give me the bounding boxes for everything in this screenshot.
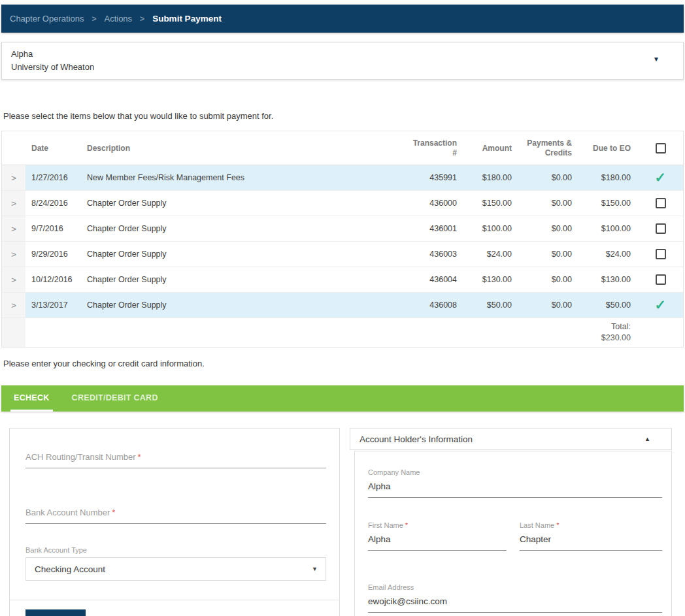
row-amount: $180.00 [457,173,512,182]
bank-account-number-label: Bank Account Number [25,508,110,517]
required-marker: * [556,521,559,529]
table-row[interactable]: > 10/12/2016 Chapter Order Supply 436004… [2,267,683,293]
form-divider [10,600,339,600]
breadcrumb-current-page: Submit Payment [152,14,222,24]
row-payments: $0.00 [512,224,572,233]
row-description: Chapter Order Supply [87,224,381,233]
row-amount: $50.00 [457,300,512,310]
last-name-value: Chapter [520,534,662,551]
row-payments: $0.00 [512,199,572,208]
row-expand-icon[interactable]: > [2,242,25,267]
row-transaction: 436000 [381,199,457,208]
total-value: $230.00 [601,333,631,342]
row-due: $24.00 [572,250,631,259]
row-expand-icon[interactable]: > [2,293,25,317]
company-name-label: Company Name [368,468,662,476]
account-holder-panel: Company Name Alpha First Name* Alpha Las… [354,451,672,616]
first-name-value: Alpha [368,534,507,551]
payment-method-tabs: ECHECK CREDIT/DEBIT CARD [1,385,684,412]
row-payments: $0.00 [512,275,572,284]
row-date: 9/29/2016 [25,250,87,259]
table-row[interactable]: > 8/24/2016 Chapter Order Supply 436000 … [2,191,683,216]
row-date: 8/24/2016 [25,199,87,208]
chapter-institution: University of Wheaton [11,61,674,74]
chevron-right-icon: > [92,14,96,24]
row-amount: $100.00 [457,224,512,233]
table-row[interactable]: > 9/7/2016 Chapter Order Supply 436001 $… [2,216,683,242]
echeck-form: ACH Routing/Transit Number* Bank Account… [9,428,340,616]
row-due: $130.00 [572,275,631,284]
row-transaction: 436004 [381,275,457,284]
tab-echeck[interactable]: ECHECK [10,385,53,412]
row-description: New Member Fees/Risk Management Fees [87,173,381,182]
submit-button[interactable]: SUBMIT [25,609,86,616]
row-checkbox[interactable] [656,249,666,259]
last-name-field[interactable]: Last Name* Chapter [520,521,662,551]
required-marker: * [138,452,141,462]
row-checkbox[interactable] [656,223,666,234]
chevron-up-icon[interactable]: ▲ [644,436,650,442]
row-date: 10/12/2016 [25,275,87,284]
select-all-checkbox[interactable] [656,143,666,154]
email-address-field[interactable]: Email Address ewojcik@csiinc.com [368,583,662,613]
row-expand-icon[interactable]: > [2,191,25,216]
payment-info-instruction: Please enter your checking or credit car… [3,359,685,368]
row-amount: $150.00 [457,199,512,208]
row-transaction: 436003 [381,250,457,259]
name-row: First Name* Alpha Last Name* Chapter [368,521,662,551]
chevron-down-icon[interactable]: ▼ [653,56,660,63]
first-name-field[interactable]: First Name* Alpha [368,521,507,551]
breadcrumb-item-actions[interactable]: Actions [104,14,132,24]
row-amount: $130.00 [457,275,512,284]
col-header-due-to-eo: Due to EO [572,144,631,153]
row-checkbox[interactable] [656,198,666,208]
row-date: 1/27/2016 [25,173,87,182]
select-items-instruction: Please select the items below that you w… [3,111,685,121]
company-name-field[interactable]: Company Name Alpha [368,468,662,498]
row-checkmark-icon[interactable]: ✓ [654,300,666,310]
table-row[interactable]: > 3/13/2017 Chapter Order Supply 436008 … [2,293,683,318]
chevron-down-icon: ▼ [312,566,318,572]
table-row[interactable]: > 9/29/2016 Chapter Order Supply 436003 … [2,242,683,267]
total-gutter [2,318,25,347]
col-header-transaction: Transaction # [381,138,457,158]
row-checkmark-icon[interactable]: ✓ [654,172,666,183]
row-payments: $0.00 [512,300,572,310]
account-holder-header[interactable]: Account Holder's Information ▲ [350,428,672,450]
email-address-label: Email Address [368,583,662,591]
row-amount: $24.00 [457,250,512,259]
chapter-selector-dropdown[interactable]: Alpha University of Wheaton ▼ [1,42,684,80]
col-header-transaction-line1: Transaction [413,138,457,148]
breadcrumb-item-chapter-operations[interactable]: Chapter Operations [10,14,84,24]
col-header-payments-credits: Payments & Credits [512,138,572,158]
row-expand-icon[interactable]: > [2,165,25,190]
row-transaction: 436001 [381,224,457,233]
payment-section: ACH Routing/Transit Number* Bank Account… [9,428,684,616]
bank-account-type-value: Checking Account [35,564,105,574]
row-expand-icon[interactable]: > [2,216,25,241]
invoice-table-header: Date Description Transaction # Amount Pa… [2,131,683,165]
col-header-description: Description [87,144,381,153]
row-due: $50.00 [572,300,631,310]
table-row[interactable]: > 1/27/2016 New Member Fees/Risk Managem… [2,165,683,191]
row-checkbox[interactable] [656,274,666,285]
ach-routing-label: ACH Routing/Transit Number [25,452,136,462]
bank-account-number-field[interactable]: Bank Account Number* [25,508,326,524]
row-payments: $0.00 [512,173,572,182]
row-description: Chapter Order Supply [87,275,381,284]
row-due: $100.00 [572,224,631,233]
required-marker: * [405,521,408,529]
total-label: Total: [611,322,631,331]
row-description: Chapter Order Supply [87,250,381,259]
col-header-date: Date [25,144,87,153]
email-address-value: ewojcik@csiinc.com [368,596,662,613]
row-expand-icon[interactable]: > [2,267,25,292]
row-due: $180.00 [572,173,631,182]
col-header-amount: Amount [457,144,512,153]
tab-credit-debit-card[interactable]: CREDIT/DEBIT CARD [69,385,161,412]
ach-routing-field[interactable]: ACH Routing/Transit Number* [25,452,326,468]
bank-account-type-select[interactable]: Checking Account ▼ [25,557,326,581]
col-header-payments-line2: Credits [545,148,572,157]
table-total-row: Total: $230.00 [2,318,683,347]
required-marker: * [112,508,115,517]
